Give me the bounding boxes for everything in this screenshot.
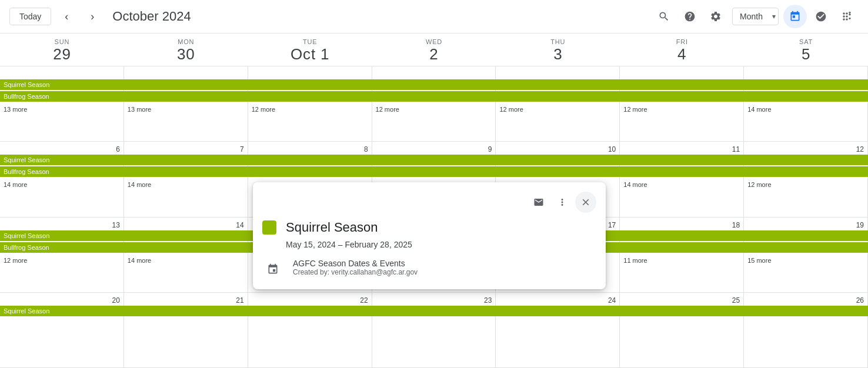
day-name-sun: SUN [55,38,70,45]
day-cell-21[interactable]: 21 [124,293,248,367]
day-cell-oct2[interactable] [372,66,496,141]
day-cell-14[interactable]: 14 [124,218,248,292]
app-launcher-button[interactable] [835,5,859,28]
calendar-info: AGFC Season Dates & Events Created by: v… [293,259,418,276]
day-name-tue: TUE [303,38,317,45]
day-cell-13[interactable]: 13 [0,218,124,292]
squirrel-season-label-w2: Squirrel Season [4,156,49,163]
view-label: Month [733,8,770,25]
squirrel-season-bar-w4[interactable]: Squirrel Season [0,306,868,316]
day-name-thu: THU [550,38,565,45]
view-chevron-icon: ▾ [770,9,778,24]
day-header-wed: WED 2 [372,34,496,66]
day-name-sat: SAT [799,38,813,45]
day-cell-sep29[interactable] [0,66,124,141]
next-button[interactable]: › [82,6,103,27]
popup-date-range: May 15, 2024 – February 28, 2025 [286,240,596,249]
header-icons: Month ▾ [652,5,859,28]
day-cell-6[interactable]: 6 [0,142,124,216]
today-button[interactable]: Today [9,8,51,25]
day-header-fri: FRI 4 [620,34,744,66]
day-header-tue: TUE Oct 1 [248,34,372,66]
squirrel-season-bar-w1[interactable]: Squirrel Season [0,79,868,90]
day-cell-oct1[interactable] [248,66,372,141]
day-cell-12[interactable]: 12 [744,142,868,216]
bullfrog-season-bar-w1[interactable]: Bullfrog Season [0,91,868,102]
event-color-dot [262,220,276,235]
date-2: 2 [372,45,496,63]
day-cell-22[interactable]: 22 [248,293,372,367]
day-cell-20[interactable]: 20 [0,293,124,367]
day-header-mon: MON 30 [124,34,248,66]
popup-actions [262,192,596,213]
prev-button[interactable]: ‹ [56,6,77,27]
day-name-mon: MON [178,38,194,45]
week-row-1: Squirrel Season Bullfrog Season 13 more … [0,66,868,142]
date-5: 5 [744,45,868,63]
popup-close-button[interactable] [575,192,596,213]
popup-more-button[interactable] [552,192,573,213]
day-cell-18[interactable]: 18 [620,218,744,292]
day-cell-sep30[interactable] [124,66,248,141]
popup-email-button[interactable] [528,192,549,213]
event-popup: Squirrel Season May 15, 2024 – February … [253,182,606,289]
date-30: 30 [124,45,248,63]
popup-event-title: Squirrel Season [286,220,378,235]
squirrel-season-label-w4: Squirrel Season [4,307,49,315]
day-cell-oct4[interactable] [620,66,744,141]
calendar-view-button[interactable] [783,5,807,28]
day-cell-11[interactable]: 11 [620,142,744,216]
day-headers: SUN 29 MON 30 TUE Oct 1 WED 2 THU 3 FRI … [0,34,868,66]
bullfrog-season-label-w2: Bullfrog Season [4,168,49,175]
squirrel-season-bar-w2[interactable]: Squirrel Season [0,155,868,165]
popup-calendar-row: AGFC Season Dates & Events Created by: v… [262,259,596,280]
tasks-button[interactable] [809,5,833,28]
help-button[interactable] [678,5,702,28]
day-header-sat: SAT 5 [744,34,868,66]
calendar-creator: Created by: verity.callahan@agfc.ar.gov [293,268,418,276]
day-header-sun: SUN 29 [0,34,124,66]
date-3: 3 [496,45,620,63]
bullfrog-season-label-w1: Bullfrog Season [4,93,49,100]
squirrel-season-label-w1: Squirrel Season [4,81,49,88]
day-cell-26[interactable]: 26 [744,293,868,367]
day-cell-oct5[interactable] [744,66,868,141]
day-name-fri: FRI [676,38,688,45]
popup-title-row: Squirrel Season [262,220,596,235]
settings-button[interactable] [704,5,727,28]
calendar-name: AGFC Season Dates & Events [293,259,418,268]
day-cell-25[interactable]: 25 [620,293,744,367]
search-button[interactable] [652,5,676,28]
bullfrog-season-label-w3: Bullfrog Season [4,244,49,251]
day-header-thu: THU 3 [496,34,620,66]
bullfrog-season-bar-w2[interactable]: Bullfrog Season [0,166,868,177]
day-cell-oct3[interactable] [496,66,620,141]
date-oct1: Oct 1 [248,45,372,63]
calendar-detail-icon [262,259,283,280]
view-selector[interactable]: Month ▾ [732,8,779,25]
day-name-wed: WED [426,38,442,45]
header: Today ‹ › October 2024 Month ▾ [0,0,868,34]
day-cell-23[interactable]: 23 [372,293,496,367]
date-29: 29 [0,45,124,63]
day-cell-24[interactable]: 24 [496,293,620,367]
month-title: October 2024 [112,9,643,24]
day-cell-7[interactable]: 7 [124,142,248,216]
date-4: 4 [620,45,744,63]
week-row-4: 20 21 22 23 24 25 26 Squirrel Season [0,293,868,368]
squirrel-season-label-w3: Squirrel Season [4,232,49,239]
day-cell-19[interactable]: 19 [744,218,868,292]
